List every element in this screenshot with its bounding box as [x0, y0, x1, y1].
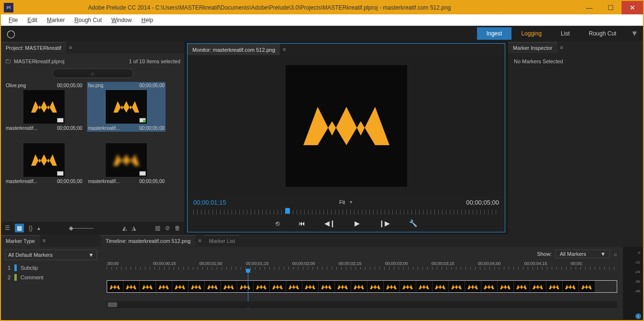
workspace-ingest[interactable]: Ingest: [477, 27, 512, 40]
list-view-icon[interactable]: ☰: [5, 225, 10, 231]
meter-tick: -24: [634, 270, 640, 274]
inspector-panel-menu-icon[interactable]: ≡: [557, 45, 566, 50]
new-bin-icon[interactable]: ▥: [155, 225, 160, 231]
filmstrip-frame: [546, 281, 563, 293]
scrub-bar[interactable]: [193, 208, 499, 217]
maximize-button[interactable]: ☐: [600, 1, 622, 14]
timeline-ruler[interactable]: ;00;0000;00;00;1500;00;01;0000;00;01;150…: [107, 260, 617, 267]
monitor-tab[interactable]: Monitor: masterkreatif.com 512.png: [188, 44, 280, 55]
clip-name: masterkreatif...: [88, 179, 120, 184]
marker-type-row[interactable]: 2Comment: [5, 273, 97, 282]
zoom-in-icon[interactable]: ◭: [122, 225, 127, 231]
ruler-tick: 00;00;02;00: [292, 261, 339, 266]
workspace-list[interactable]: List: [551, 27, 579, 40]
filmstrip-frame: [351, 281, 367, 293]
workspace-roughcut[interactable]: Rough Cut: [579, 27, 626, 40]
image-badge-icon: [139, 118, 146, 123]
filmstrip-frame: [400, 281, 416, 293]
filmstrip-frame: [205, 281, 221, 293]
ruler-tick: 00;00;04;15: [524, 261, 571, 266]
close-button[interactable]: ✕: [622, 1, 643, 14]
filmstrip-frame: [286, 281, 302, 293]
marker-index: 1: [5, 265, 11, 271]
inspector-tab[interactable]: Marker Inspector: [508, 42, 557, 53]
zoom-slider-icon[interactable]: ◆─────: [69, 225, 94, 231]
thumbnail-image: [106, 90, 147, 124]
filmstrip-frame: [335, 281, 351, 293]
filmstrip-frame: [433, 281, 449, 293]
menu-edit[interactable]: Edit: [22, 16, 42, 24]
ruler-tick: ;00;00: [107, 261, 153, 266]
timeline-tab[interactable]: Timeline: masterkreatif.com 512.png: [101, 235, 196, 246]
clip-tc: 00;00;05;00: [57, 179, 82, 184]
sort-icon[interactable]: ▴: [37, 225, 40, 231]
marker-type-row[interactable]: 1Subclip: [5, 263, 97, 273]
minimize-button[interactable]: —: [578, 1, 600, 14]
filmstrip-frame: [221, 281, 237, 293]
timeline-filmstrip[interactable]: [107, 280, 617, 293]
menu-help[interactable]: Help: [136, 16, 158, 24]
thumbnail-item[interactable]: fav.png00;00;05;00masterkreatif...00;00;…: [87, 82, 166, 132]
timeline-scrollbar[interactable]: [107, 301, 617, 308]
workspace-bar: ◯ Ingest Logging List Rough Cut ▼: [1, 26, 643, 41]
marker-template-label: All Default Markers: [8, 252, 53, 258]
ruler-tick: 00;00;: [571, 261, 617, 266]
project-toolbar: ☰ ▦ {} ▴ ◆───── ◭ ◮ ▥ ⊘ 🗑: [1, 222, 184, 234]
scrollbar-thumb[interactable]: [108, 302, 117, 307]
menu-file[interactable]: File: [4, 16, 22, 24]
step-back-button[interactable]: ◀❙: [324, 219, 335, 227]
clip-name: masterkreatif...: [88, 126, 120, 131]
playhead-icon[interactable]: [285, 208, 290, 214]
menu-roughcut[interactable]: Rough Cut: [69, 16, 106, 24]
monitor-viewport[interactable]: [188, 55, 505, 196]
ruler-tick: 00;00;03;15: [432, 261, 478, 266]
clear-icon[interactable]: ⊘: [165, 225, 170, 231]
menu-window[interactable]: Window: [107, 16, 137, 24]
marker-swatch: [14, 274, 17, 281]
workspace-menu-icon[interactable]: ▼: [626, 29, 643, 38]
filmstrip-frame: [156, 281, 172, 293]
export-frame-button[interactable]: ⎋: [276, 219, 279, 227]
marker-filter-label: All Markers: [560, 251, 586, 257]
ruler-tick: 00;00;01;15: [246, 261, 292, 266]
marker-type-menu-icon[interactable]: ≡: [40, 238, 48, 243]
app-icon: Pl: [4, 3, 13, 12]
menu-marker[interactable]: Marker: [42, 16, 69, 24]
thumbnail-view-icon[interactable]: ▦: [15, 224, 24, 232]
timeline-panel-menu-icon[interactable]: ≡: [195, 238, 204, 243]
project-search-input[interactable]: [52, 69, 133, 78]
step-forward-button[interactable]: ❙▶: [379, 219, 390, 227]
workspace-logging[interactable]: Logging: [511, 27, 551, 40]
meter-tick: -48: [634, 289, 640, 293]
marker-filter-select[interactable]: All Markers ▼: [555, 250, 610, 258]
project-tab[interactable]: Project: MASTERkreatif: [1, 42, 66, 53]
marker-type-tab[interactable]: Marker Type: [1, 235, 40, 246]
filmstrip-frame: [465, 281, 481, 293]
zoom-out-icon[interactable]: ◮: [132, 225, 136, 231]
zoom-fit-select[interactable]: Fit ▼: [335, 198, 357, 206]
search-icon[interactable]: ⌕: [614, 251, 617, 257]
thumbnail-item[interactable]: masterkreatif...00;00;05;00: [5, 136, 83, 185]
filmstrip-frame: [514, 281, 530, 293]
delete-icon[interactable]: 🗑: [175, 225, 180, 231]
clip-tc: 00;00;05;00: [139, 83, 165, 88]
tag-view-icon[interactable]: {}: [29, 225, 33, 231]
marker-template-select[interactable]: All Default Markers ▼: [5, 250, 97, 260]
marker-list-tab[interactable]: Marker List: [204, 235, 240, 246]
settings-button[interactable]: 🔧: [409, 219, 417, 227]
play-button[interactable]: ▶: [355, 219, 360, 227]
project-panel-menu-icon[interactable]: ≡: [66, 45, 75, 50]
filmstrip-frame: [189, 281, 205, 293]
thumbnail-item[interactable]: Olive.png00;00;05;00masterkreatif...00;0…: [5, 82, 83, 132]
ruler-tick: 00;00;02;15: [339, 261, 385, 266]
thumbnail-item[interactable]: masterkreatif...00;00;05;00: [87, 136, 166, 185]
timecode-current[interactable]: 00;00;01;15: [193, 199, 251, 206]
thumbnail-grid: Olive.png00;00;05;00masterkreatif...00;0…: [5, 82, 180, 185]
monitor-panel-menu-icon[interactable]: ≡: [280, 46, 289, 52]
go-to-in-button[interactable]: ⏮: [299, 219, 305, 227]
filmstrip-frame: [172, 281, 189, 293]
cc-logo-icon: ◯: [7, 29, 15, 38]
info-icon[interactable]: i: [635, 313, 641, 319]
filmstrip-frame: [579, 281, 595, 293]
project-filename: MASTERkreatif.plproj: [14, 58, 65, 64]
